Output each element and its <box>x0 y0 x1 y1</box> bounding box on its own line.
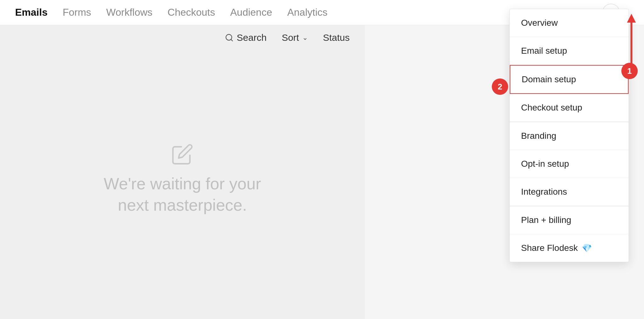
status-button[interactable]: Status <box>323 32 350 43</box>
annotation-badge-1: 1 <box>621 63 638 79</box>
gem-icon: 💎 <box>582 243 592 253</box>
search-button[interactable]: Search <box>225 32 267 43</box>
dropdown-item-overview[interactable]: Overview <box>510 9 629 37</box>
dropdown-item-domain-setup[interactable]: Domain setup <box>510 65 629 94</box>
dropdown-item-opt-in-setup[interactable]: Opt-in setup <box>510 150 629 178</box>
arrow-head-icon <box>627 14 636 23</box>
sort-label: Sort <box>282 32 299 43</box>
nav-checkouts[interactable]: Checkouts <box>168 7 215 18</box>
dropdown-item-integrations[interactable]: Integrations <box>510 178 629 206</box>
red-arrow <box>627 14 636 70</box>
dropdown-item-share-flodesk[interactable]: Share Flodesk 💎 <box>510 234 629 262</box>
status-label: Status <box>323 32 350 43</box>
main-area: Search Sort ⌄ Status We're waiting for y… <box>0 25 365 319</box>
dropdown-item-email-setup[interactable]: Email setup <box>510 37 629 65</box>
nav-analytics[interactable]: Analytics <box>287 7 327 18</box>
dropdown-item-plan-billing[interactable]: Plan + billing <box>510 206 629 234</box>
nav-forms[interactable]: Forms <box>63 7 91 18</box>
sort-button[interactable]: Sort ⌄ <box>282 32 308 43</box>
dropdown-menu: Overview Email setup Domain setup Checko… <box>509 9 629 262</box>
nav-emails[interactable]: Emails <box>15 7 47 18</box>
dropdown-item-checkout-setup[interactable]: Checkout setup <box>510 94 629 122</box>
sort-chevron-icon: ⌄ <box>302 34 308 42</box>
svg-line-1 <box>231 39 232 41</box>
dropdown-item-branding[interactable]: Branding <box>510 122 629 150</box>
search-label: Search <box>237 32 267 43</box>
empty-state: We're waiting for your next masterpiece. <box>104 143 261 216</box>
annotation-badge-2: 2 <box>492 78 508 95</box>
search-icon <box>225 33 234 42</box>
nav-audience[interactable]: Audience <box>230 7 272 18</box>
nav-workflows[interactable]: Workflows <box>106 7 153 18</box>
toolbar: Search Sort ⌄ Status <box>0 25 365 50</box>
pencil-icon <box>171 143 194 166</box>
empty-state-text: We're waiting for your next masterpiece. <box>104 173 261 216</box>
